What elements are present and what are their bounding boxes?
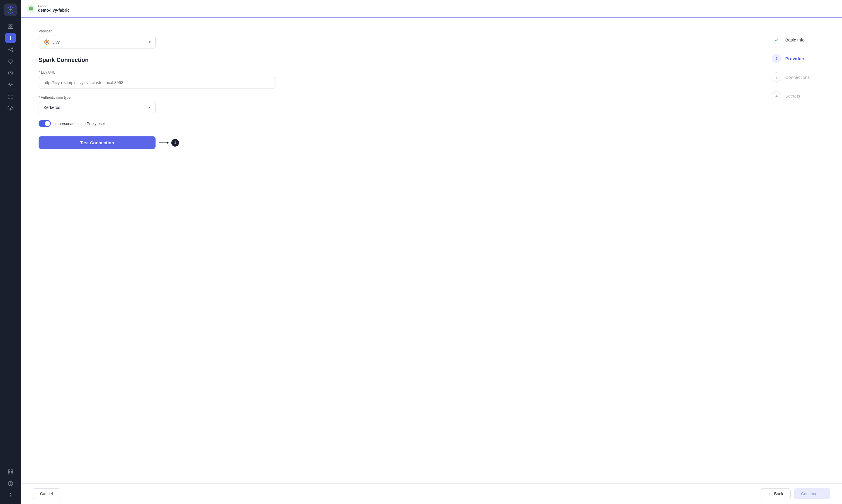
- svg-rect-16: [11, 94, 13, 96]
- svg-rect-21: [11, 470, 13, 472]
- topbar-title: demo-livy-fabric: [38, 8, 70, 13]
- livy-logo-icon: [44, 39, 50, 45]
- svg-marker-3: [10, 10, 12, 11]
- toggle-label: Impersonate using Proxy-user: [54, 122, 105, 126]
- pulse-sidebar-icon[interactable]: [5, 79, 16, 90]
- provider-chevron-icon: ▾: [149, 40, 151, 44]
- step-badge-arrow: 1: [159, 139, 179, 147]
- add-sidebar-icon[interactable]: [5, 33, 16, 43]
- sidebar: [0, 0, 21, 504]
- nav-buttons: ← Back Continue →: [761, 488, 830, 499]
- continue-arrow-icon: →: [819, 491, 823, 496]
- step-basic-info[interactable]: Basic Info: [772, 35, 830, 44]
- clock-sidebar-icon[interactable]: [5, 68, 16, 78]
- bottom-bar: Cancel ← Back Continue →: [21, 483, 842, 504]
- provider-section: Provider Livy ▾: [39, 29, 743, 49]
- auth-type-field-group: Authentication type Kerberos ▾: [39, 95, 743, 113]
- provider-value: Livy: [52, 40, 59, 44]
- proxy-user-toggle[interactable]: [39, 120, 51, 127]
- app-logo[interactable]: [4, 3, 17, 16]
- main-content: Fabric demo-livy-fabric Provider: [21, 0, 842, 504]
- back-arrow-icon: ←: [768, 491, 772, 496]
- livy-url-label: Livy URL: [39, 70, 743, 74]
- section-title: Spark Connection: [39, 57, 743, 64]
- auth-type-label: Authentication type: [39, 95, 743, 100]
- svg-rect-20: [8, 470, 10, 472]
- check-icon: [774, 37, 779, 42]
- step-1-number: [772, 35, 781, 44]
- svg-marker-32: [167, 142, 169, 144]
- camera-sidebar-icon[interactable]: [5, 21, 16, 32]
- svg-point-26: [10, 493, 11, 494]
- arrow-icon: [159, 141, 169, 144]
- help-sidebar-icon[interactable]: [5, 478, 16, 489]
- steps-sidebar: Basic Info 2 Providers 3 Connections 4 S…: [760, 18, 842, 483]
- diamond-sidebar-icon[interactable]: [5, 56, 16, 67]
- livy-url-field-group: Livy URL: [39, 70, 743, 95]
- svg-marker-13: [8, 59, 13, 64]
- svg-point-25: [11, 485, 11, 485]
- step-4-label: Secrets: [785, 93, 800, 98]
- svg-line-11: [10, 49, 12, 49]
- step-badge: 1: [171, 139, 179, 147]
- back-button[interactable]: ← Back: [761, 488, 791, 499]
- step-1-label: Basic Info: [785, 37, 805, 42]
- nodes-sidebar-icon[interactable]: [5, 91, 16, 102]
- step-2-number: 2: [772, 54, 781, 63]
- auth-type-select[interactable]: Kerberos ▾: [39, 102, 156, 113]
- content-area: Provider Livy ▾ Spark Co: [21, 18, 842, 483]
- provider-select[interactable]: Livy ▾: [39, 36, 156, 49]
- more-sidebar-icon[interactable]: [5, 490, 16, 501]
- svg-point-5: [10, 26, 12, 28]
- test-connection-button[interactable]: Test Connection: [39, 137, 156, 149]
- svg-rect-15: [8, 94, 10, 96]
- svg-line-12: [10, 50, 12, 51]
- graph-sidebar-icon[interactable]: [5, 44, 16, 55]
- form-area: Provider Livy ▾ Spark Co: [21, 18, 760, 483]
- svg-marker-2: [10, 7, 12, 10]
- globe-icon: [27, 4, 35, 13]
- toggle-row: Impersonate using Proxy-user: [39, 120, 743, 127]
- svg-point-10: [12, 51, 13, 51]
- svg-rect-18: [11, 97, 13, 99]
- svg-rect-23: [11, 472, 13, 474]
- cancel-button[interactable]: Cancel: [33, 488, 60, 499]
- livy-url-input[interactable]: [39, 77, 275, 89]
- spark-connection-section: Spark Connection Livy URL Authentication…: [39, 57, 743, 149]
- step-4-number: 4: [772, 91, 781, 101]
- step-providers[interactable]: 2 Providers: [772, 54, 830, 63]
- grid-sidebar-icon[interactable]: [5, 467, 16, 477]
- svg-rect-22: [8, 472, 10, 474]
- svg-point-27: [10, 495, 11, 496]
- toggle-knob: [45, 121, 50, 126]
- step-secrets[interactable]: 4 Secrets: [772, 91, 830, 101]
- continue-button[interactable]: Continue →: [794, 488, 830, 499]
- download-sidebar-icon[interactable]: [5, 103, 16, 113]
- topbar-label: Fabric: [38, 4, 70, 8]
- svg-point-9: [12, 48, 13, 49]
- svg-rect-17: [8, 97, 10, 99]
- step-2-label: Providers: [785, 56, 805, 61]
- step-3-label: Connections: [785, 75, 810, 80]
- svg-point-28: [10, 497, 11, 498]
- svg-point-8: [8, 49, 10, 50]
- topbar-info: Fabric demo-livy-fabric: [38, 4, 70, 13]
- step-connections[interactable]: 3 Connections: [772, 72, 830, 82]
- step-3-number: 3: [772, 72, 781, 82]
- test-connection-row: Test Connection 1: [39, 137, 743, 149]
- provider-label: Provider: [39, 29, 743, 33]
- auth-type-chevron-icon: ▾: [149, 105, 151, 109]
- topbar: Fabric demo-livy-fabric: [21, 0, 842, 18]
- auth-type-value: Kerberos: [44, 105, 60, 110]
